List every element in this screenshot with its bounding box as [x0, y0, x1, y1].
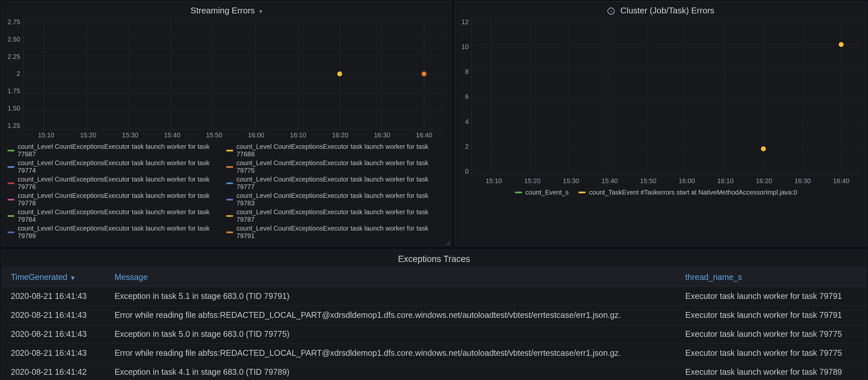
legend-label: count_Level CountExceptionsExecutor task… — [236, 176, 438, 191]
xtick: 15:50 — [629, 177, 668, 185]
legend-swatch — [7, 232, 14, 233]
xaxis-streaming: 15:1015:2015:3015:4015:5016:0016:1016:20… — [7, 131, 445, 139]
plot-streaming[interactable] — [23, 18, 445, 129]
legend-streaming: count_Level CountExceptionsExecutor task… — [7, 143, 445, 241]
cell-TimeGenerated: 2020-08-21 16:41:43 — [2, 306, 105, 325]
legend-item[interactable]: count_Level CountExceptionsExecutor task… — [7, 192, 220, 207]
col-thread_name_s[interactable]: thread_name_s — [676, 268, 866, 287]
ytick: 4 — [465, 118, 469, 125]
legend-item[interactable]: count_Level CountExceptionsExecutor task… — [226, 225, 438, 240]
legend-item[interactable]: count_Level CountExceptionsExecutor task… — [226, 176, 438, 191]
legend-swatch — [7, 215, 14, 217]
chevron-down-icon[interactable]: ▾ — [259, 8, 262, 15]
table-row[interactable]: 2020-08-21 16:41:42Exception in task 4.1… — [2, 363, 866, 380]
legend-item[interactable]: count_Level CountExceptionsExecutor task… — [7, 143, 220, 158]
legend-label: count_Level CountExceptionsExecutor task… — [18, 176, 220, 191]
legend-swatch — [226, 232, 233, 233]
ytick: 12 — [461, 18, 468, 26]
cell-thread_name_s: Executor task launch worker for task 797… — [676, 325, 866, 344]
legend-swatch — [7, 166, 14, 168]
yaxis-streaming: 2.752.502.2521.751.501.25 — [7, 18, 23, 129]
cell-thread_name_s: Executor task launch worker for task 797… — [676, 363, 866, 380]
table-row[interactable]: 2020-08-21 16:41:43Exception in task 5.1… — [2, 287, 866, 306]
xtick: 16:00 — [668, 177, 706, 185]
legend-label: count_Level CountExceptionsExecutor task… — [236, 143, 438, 158]
xtick: 16:40 — [403, 131, 445, 139]
legend-label: count_Level CountExceptionsExecutor task… — [18, 192, 220, 207]
cell-Message: Exception in task 4.1 in stage 683.0 (TI… — [105, 363, 676, 380]
xtick: 15:20 — [513, 177, 552, 185]
ytick: 10 — [461, 43, 468, 51]
table-row[interactable]: 2020-08-21 16:41:43Error while reading f… — [2, 306, 866, 325]
panel-streaming-errors: Streaming Errors ▾ 2.752.502.2521.751.50… — [1, 1, 451, 246]
table-row[interactable]: 2020-08-21 16:41:43Error while reading f… — [2, 344, 866, 363]
legend-swatch — [226, 166, 233, 168]
legend-label: count_TaskEvent #Taskerrors start at Nat… — [589, 189, 797, 196]
cell-TimeGenerated: 2020-08-21 16:41:43 — [2, 287, 105, 306]
legend-item[interactable]: count_Level CountExceptionsExecutor task… — [226, 143, 438, 158]
xtick: 15:30 — [552, 177, 590, 185]
panel-cluster-errors: i Cluster (Job/Task) Errors 121086420 15… — [455, 1, 867, 246]
legend-label: count_Level CountExceptionsExecutor task… — [18, 225, 220, 240]
xtick: 16:30 — [361, 131, 403, 139]
legend-swatch — [515, 192, 522, 193]
legend-item[interactable]: count_Level CountExceptionsExecutor task… — [226, 208, 438, 223]
legend-item[interactable]: count_Level CountExceptionsExecutor task… — [7, 176, 220, 191]
legend-item[interactable]: count_Level CountExceptionsExecutor task… — [7, 208, 220, 223]
data-point[interactable] — [761, 147, 766, 151]
legend-item[interactable]: count_Level CountExceptionsExecutor task… — [7, 225, 220, 240]
xtick: 16:20 — [745, 177, 783, 185]
legend-item[interactable]: count_TaskEvent #Taskerrors start at Nat… — [578, 189, 797, 196]
xtick: 16:10 — [706, 177, 745, 185]
ytick: 1.75 — [7, 87, 20, 95]
xtick: 16:20 — [319, 131, 361, 139]
panel-title-streaming[interactable]: Streaming Errors ▾ — [7, 5, 445, 16]
cell-Message: Exception in task 5.1 in stage 683.0 (TI… — [105, 287, 676, 306]
sort-desc-icon: ▼ — [70, 275, 76, 281]
legend-label: count_Level CountExceptionsExecutor task… — [236, 159, 438, 174]
legend-label: count_Level CountExceptionsExecutor task… — [18, 143, 220, 158]
legend-swatch — [226, 150, 233, 151]
legend-item[interactable]: count_Level CountExceptionsExecutor task… — [226, 159, 438, 174]
ytick: 1.50 — [7, 105, 20, 112]
legend-item[interactable]: count_Level CountExceptionsExecutor task… — [226, 192, 438, 207]
legend-label: count_Level CountExceptionsExecutor task… — [18, 159, 220, 174]
xtick: 16:40 — [822, 177, 861, 185]
xaxis-cluster: 15:1015:2015:3015:4015:5016:0016:1016:20… — [461, 177, 861, 185]
legend-swatch — [7, 150, 14, 151]
xtick: 16:00 — [235, 131, 277, 139]
legend-swatch — [7, 182, 14, 184]
xtick: 15:50 — [193, 131, 235, 139]
ytick: 6 — [465, 93, 469, 100]
ytick: 2.50 — [7, 36, 20, 43]
info-icon[interactable]: i — [608, 7, 615, 15]
table-row[interactable]: 2020-08-21 16:41:43Exception in task 5.0… — [2, 325, 866, 344]
panel-title-text: Cluster (Job/Task) Errors — [621, 5, 715, 16]
cell-Message: Exception in task 5.0 in stage 683.0 (TI… — [105, 325, 676, 344]
panel-exceptions-traces: Exceptions Traces TimeGenerated▼Messaget… — [1, 250, 867, 380]
xtick: 15:40 — [151, 131, 193, 139]
data-point[interactable] — [422, 71, 426, 76]
cell-thread_name_s: Executor task launch worker for task 797… — [676, 306, 866, 325]
data-point[interactable] — [337, 71, 342, 76]
col-TimeGenerated[interactable]: TimeGenerated▼ — [2, 268, 105, 287]
panel-title-cluster[interactable]: i Cluster (Job/Task) Errors — [461, 5, 861, 16]
resize-handle-icon[interactable] — [445, 240, 450, 245]
legend-item[interactable]: count_Event_s — [515, 189, 568, 196]
cell-thread_name_s: Executor task launch worker for task 797… — [676, 287, 866, 306]
legend-item[interactable]: count_Level CountExceptionsExecutor task… — [7, 159, 220, 174]
xtick: 15:30 — [109, 131, 151, 139]
col-Message[interactable]: Message — [105, 268, 676, 287]
data-point[interactable] — [839, 42, 843, 47]
panel-title-text: Streaming Errors — [191, 5, 255, 16]
ytick: 2.75 — [7, 18, 20, 26]
legend-label: count_Level CountExceptionsExecutor task… — [236, 208, 438, 223]
xtick: 16:10 — [277, 131, 319, 139]
xtick: 15:10 — [474, 177, 513, 185]
ytick: 2 — [17, 70, 20, 78]
ytick: 1.25 — [7, 122, 20, 129]
cell-Message: Error while reading file abfss:REDACTED_… — [105, 344, 676, 363]
legend-label: count_Level CountExceptionsExecutor task… — [236, 225, 438, 240]
plot-cluster[interactable] — [471, 18, 861, 175]
cell-TimeGenerated: 2020-08-21 16:41:42 — [2, 363, 105, 380]
